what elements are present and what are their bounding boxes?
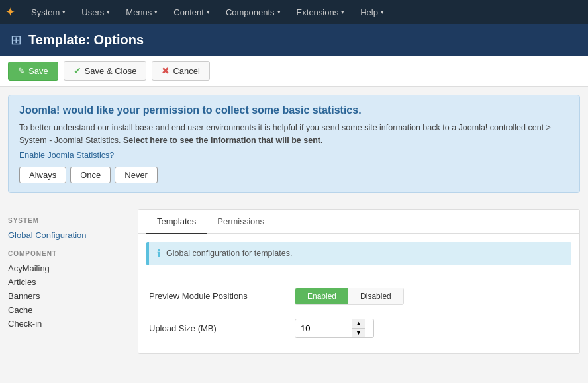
chevron-down-icon: ▾ <box>154 9 158 15</box>
stats-description: To better understand our install base an… <box>19 122 569 147</box>
chevron-down-icon: ▾ <box>381 9 384 15</box>
upload-size-input[interactable] <box>295 321 352 336</box>
preview-control: Enabled Disabled <box>295 288 569 305</box>
stats-question: Enable Joomla Statistics? <box>19 151 569 160</box>
sidebar: SYSTEM Global Configuration COMPONENT Ac… <box>8 209 127 354</box>
never-button[interactable]: Never <box>115 167 158 183</box>
chevron-down-icon: ▾ <box>277 9 281 15</box>
main-content: SYSTEM Global Configuration COMPONENT Ac… <box>0 201 588 362</box>
sidebar-item-articles[interactable]: Articles <box>8 275 127 289</box>
stats-title: Joomla! would like your permission to co… <box>19 105 569 116</box>
save-icon: ✎ <box>18 66 25 76</box>
page-header: ⊞ Template: Options <box>0 24 588 56</box>
template-icon: ⊞ <box>11 32 22 48</box>
preview-label: Preview Module Positions <box>149 291 295 301</box>
spinner-down-button[interactable]: ▼ <box>352 329 365 337</box>
nav-item-extensions[interactable]: Extensions ▾ <box>289 0 353 24</box>
checkmark-icon: ✔ <box>74 65 81 76</box>
sidebar-item-global-configuration[interactable]: Global Configuration <box>8 228 127 242</box>
sidebar-item-acymailing[interactable]: AcyMailing <box>8 261 127 275</box>
chevron-down-icon: ▾ <box>62 9 66 15</box>
chevron-down-icon: ▾ <box>107 9 110 15</box>
info-box: ℹ Global configuration for templates. <box>146 242 571 265</box>
nav-item-users[interactable]: Users ▾ <box>74 0 118 24</box>
stats-buttons: Always Once Never <box>19 167 569 183</box>
toggle-group: Enabled Disabled <box>295 288 404 305</box>
preview-module-positions-row: Preview Module Positions Enabled Disable… <box>149 281 569 312</box>
sidebar-item-checkin[interactable]: Check-in <box>8 317 127 331</box>
sidebar-item-banners[interactable]: Banners <box>8 289 127 303</box>
sidebar-item-cache[interactable]: Cache <box>8 303 127 317</box>
info-icon: ℹ <box>157 247 161 260</box>
joomla-logo-icon: ✦ <box>5 5 15 19</box>
form-section: Preview Module Positions Enabled Disable… <box>138 273 579 353</box>
statistics-notice: Joomla! would like your permission to co… <box>8 95 580 193</box>
upload-label: Upload Size (MB) <box>149 323 295 333</box>
nav-item-system[interactable]: System ▾ <box>23 0 74 24</box>
nav-item-help[interactable]: Help ▾ <box>352 0 392 24</box>
chevron-down-icon: ▾ <box>341 9 344 15</box>
tab-bar: Templates Permissions <box>138 210 579 234</box>
chevron-down-icon: ▾ <box>207 9 210 15</box>
save-close-button[interactable]: ✔ Save & Close <box>64 61 147 81</box>
info-text: Global configuration for templates. <box>166 249 292 258</box>
save-button[interactable]: ✎ Save <box>8 62 58 81</box>
x-icon: ✖ <box>162 65 170 76</box>
top-navigation: ✦ System ▾ Users ▾ Menus ▾ Content ▾ Com… <box>0 0 588 24</box>
component-section-label: COMPONENT <box>8 250 127 257</box>
once-button[interactable]: Once <box>70 167 111 183</box>
nav-item-components[interactable]: Components ▾ <box>218 0 289 24</box>
number-input-wrap: ▲ ▼ <box>295 319 374 338</box>
number-spinners: ▲ ▼ <box>352 319 365 337</box>
nav-item-content[interactable]: Content ▾ <box>166 0 218 24</box>
upload-control: ▲ ▼ <box>295 319 569 338</box>
nav-item-menus[interactable]: Menus ▾ <box>118 0 166 24</box>
enabled-toggle[interactable]: Enabled <box>295 288 348 304</box>
always-button[interactable]: Always <box>19 167 66 183</box>
system-section-label: SYSTEM <box>8 217 127 224</box>
disabled-toggle[interactable]: Disabled <box>348 288 403 304</box>
content-panel: Templates Permissions ℹ Global configura… <box>138 209 580 354</box>
spinner-up-button[interactable]: ▲ <box>352 319 365 329</box>
upload-size-row: Upload Size (MB) ▲ ▼ <box>149 312 569 345</box>
tab-permissions[interactable]: Permissions <box>207 210 275 234</box>
page-title: Template: Options <box>28 32 144 48</box>
nav-menu: System ▾ Users ▾ Menus ▾ Content ▾ Compo… <box>23 0 392 24</box>
cancel-button[interactable]: ✖ Cancel <box>152 61 209 81</box>
tab-templates[interactable]: Templates <box>146 210 207 234</box>
toolbar: ✎ Save ✔ Save & Close ✖ Cancel <box>0 56 588 87</box>
